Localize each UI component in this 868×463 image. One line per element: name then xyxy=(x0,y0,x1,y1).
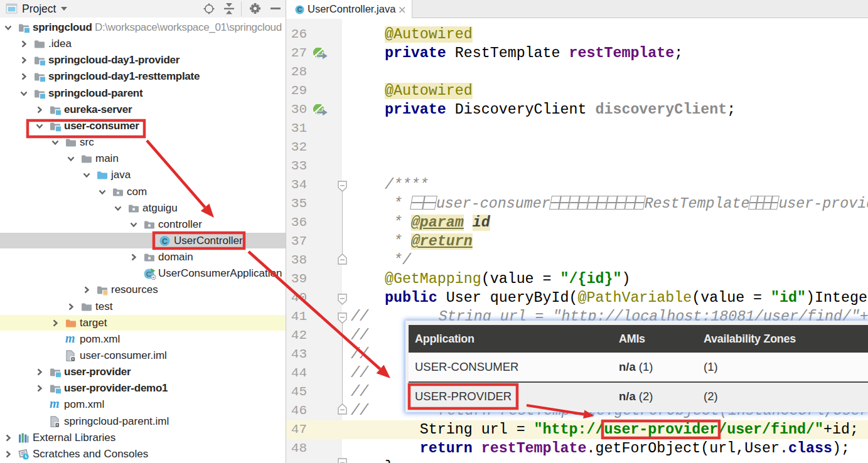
svg-text:C: C xyxy=(146,270,151,278)
svg-text:C: C xyxy=(162,237,168,245)
svg-text:C: C xyxy=(297,6,303,13)
